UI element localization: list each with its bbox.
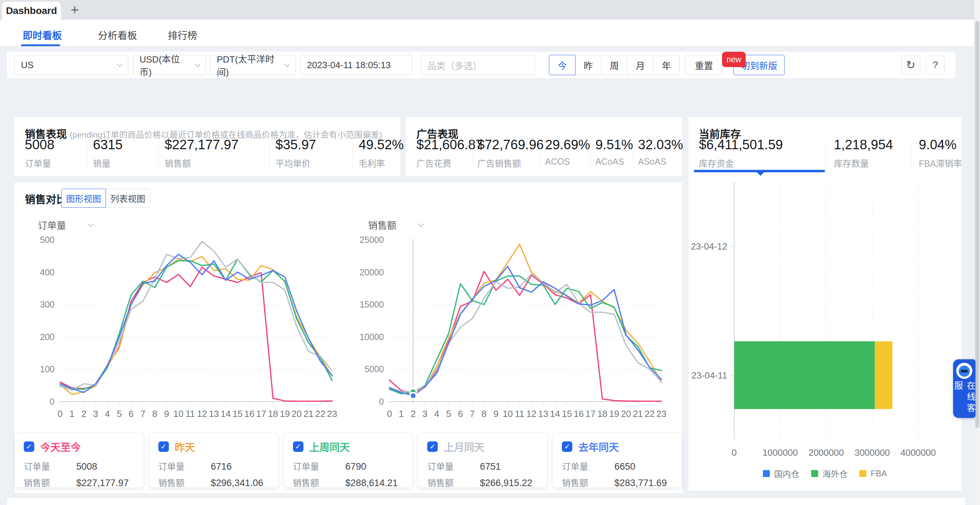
checkbox-checked[interactable]: ✓ (24, 441, 34, 452)
range-today-button[interactable]: 今 (549, 55, 576, 75)
metric-ad-spend: $21,606.87广告花费 (417, 137, 483, 169)
range-yesterday-button[interactable]: 昨 (575, 55, 602, 75)
svg-text:5: 5 (117, 408, 122, 419)
new-badge: new (722, 52, 746, 67)
legend-swatch (763, 470, 770, 477)
svg-text:10: 10 (173, 408, 183, 419)
svg-text:4: 4 (434, 408, 439, 419)
svg-text:3: 3 (422, 408, 427, 419)
page-scrollbar[interactable] (974, 0, 980, 505)
view-toggle: 图形视图 列表视图 (61, 189, 150, 208)
timezone-select[interactable]: PDT(太平洋时间) (210, 55, 296, 75)
svg-text:20000: 20000 (360, 267, 384, 277)
metric-asoas: 32.03%ASoAS (638, 137, 683, 167)
sales-value: $227,177.97 (76, 478, 129, 489)
tab-ranking[interactable]: 排行榜 (168, 28, 197, 42)
refresh-button[interactable]: ↻ (901, 56, 920, 75)
metric-avg-price: $35.97平均单价 (275, 137, 316, 169)
range-week-button[interactable]: 周 (601, 55, 628, 75)
svg-text:25000: 25000 (360, 235, 384, 245)
scrollbar-thumb[interactable] (975, 21, 979, 428)
currency-select[interactable]: USD(本位币) (133, 55, 206, 75)
svg-text:18: 18 (597, 408, 607, 419)
sales-value: $288,614.21 (345, 478, 398, 489)
svg-text:0: 0 (379, 397, 384, 407)
marketplace-select[interactable]: US (14, 55, 128, 75)
inventory-tab-fba-stale[interactable]: 9.04%FBA滞销率 (919, 137, 962, 169)
compare-card-last-month: ✓ 上月同天 订单量6751 销售额$266,915.22 (418, 433, 547, 488)
right-metric-select[interactable]: 销售额 (368, 218, 423, 232)
checkbox-checked[interactable]: ✓ (427, 441, 438, 452)
divider (911, 141, 912, 169)
support-label: 在线客服 (952, 381, 977, 418)
inventory-tab-quantity[interactable]: 1,218,954库存数量 (834, 137, 893, 169)
inventory-legend: 国内仓 海外仓 FBA (689, 467, 961, 480)
category-multiselect[interactable]: 品类（多选） (421, 55, 535, 75)
browser-tab-dashboard[interactable]: Dashboard (2, 2, 61, 19)
currency-value: USD(本位币) (140, 52, 188, 78)
sales-performance-panel: 销售表现 (pending订单的商品价格以最近订单价格或在线商品价格为准，估计会… (14, 117, 400, 176)
svg-text:23-04-12: 23-04-12 (691, 241, 727, 252)
checkbox-checked[interactable]: ✓ (562, 441, 572, 452)
svg-text:3: 3 (93, 408, 98, 419)
card-title: 昨天 (175, 439, 195, 454)
svg-text:16: 16 (574, 408, 584, 419)
online-support-button[interactable]: 在线客服 (953, 359, 975, 418)
svg-text:400: 400 (40, 267, 54, 277)
svg-text:2: 2 (410, 408, 415, 419)
range-year-button[interactable]: 年 (653, 55, 680, 75)
svg-text:0: 0 (387, 408, 392, 419)
svg-text:4000000: 4000000 (900, 447, 935, 458)
metric-orders: 5008订单量 (25, 137, 54, 169)
checkbox-checked[interactable]: ✓ (293, 441, 304, 452)
svg-text:14: 14 (550, 408, 560, 419)
svg-text:500: 500 (40, 235, 54, 245)
list-view-button[interactable]: 列表视图 (106, 189, 150, 208)
left-metric-select[interactable]: 订单量 (38, 218, 93, 232)
svg-text:20: 20 (291, 408, 302, 419)
inventory-tab-value[interactable]: $6,411,501.59库存资金 (699, 137, 783, 169)
tab-realtime-board[interactable]: 即时看板 (23, 28, 62, 42)
metric-acos: 29.69%ACOS (545, 137, 590, 167)
svg-text:12: 12 (526, 408, 536, 419)
datetime-input[interactable]: 2023-04-11 18:05:13 (300, 55, 412, 75)
timezone-value: PDT(太平洋时间) (217, 52, 278, 78)
help-icon: ? (932, 59, 938, 71)
svg-text:10: 10 (503, 408, 513, 419)
sales-value: $296,341.06 (211, 478, 263, 489)
orders-line-chart[interactable]: 0100200300400500012345678910111213141516… (28, 231, 350, 427)
tab-analysis-board[interactable]: 分析看板 (98, 28, 137, 42)
svg-text:7: 7 (470, 408, 475, 419)
divider (633, 141, 633, 169)
range-month-button[interactable]: 月 (627, 55, 654, 75)
svg-text:15: 15 (562, 408, 572, 419)
inventory-bar-chart[interactable]: 0100000020000003000000400000023-04-1223-… (689, 176, 961, 463)
sales-line-chart[interactable]: 0500010000150002000025000012345678910111… (358, 231, 679, 427)
legend-swatch (811, 470, 818, 477)
svg-text:6: 6 (458, 408, 463, 419)
divider (826, 141, 826, 169)
svg-text:13: 13 (538, 408, 548, 419)
sales-compare-title: 销售对比 (25, 191, 67, 206)
svg-text:8: 8 (152, 408, 157, 419)
checkbox-checked[interactable]: ✓ (158, 441, 169, 452)
svg-text:21: 21 (304, 408, 313, 419)
svg-text:19: 19 (280, 408, 290, 419)
current-inventory-panel: 当前库存 $6,411,501.59库存资金 1,218,954库存数量 9.0… (689, 117, 961, 491)
reset-button[interactable]: 重置 (685, 55, 723, 75)
card-title: 今天至今 (40, 439, 81, 454)
svg-text:7: 7 (140, 408, 145, 419)
divider (269, 141, 270, 169)
divider (352, 141, 353, 169)
legend-item-fba: FBA (859, 467, 887, 480)
chart-view-button[interactable]: 图形视图 (61, 189, 106, 208)
svg-text:0: 0 (732, 447, 737, 458)
svg-text:0: 0 (58, 408, 63, 419)
help-button[interactable]: ? (926, 56, 945, 75)
compare-card-last-week: ✓ 上周同天 订单量6790 销售额$288,614.21 (283, 433, 413, 488)
card-title: 上月同天 (444, 439, 484, 454)
svg-text:9: 9 (493, 408, 498, 419)
new-tab-icon[interactable]: + (71, 2, 79, 17)
divider (590, 141, 591, 169)
svg-text:100: 100 (40, 364, 54, 374)
